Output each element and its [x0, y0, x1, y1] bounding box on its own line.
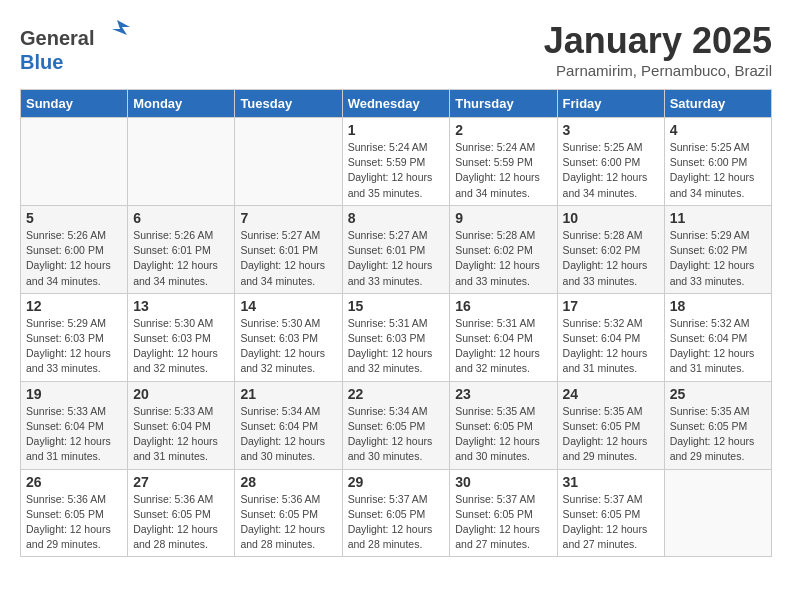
- day-number: 13: [133, 298, 229, 314]
- day-number: 2: [455, 122, 551, 138]
- day-cell: 7Sunrise: 5:27 AM Sunset: 6:01 PM Daylig…: [235, 205, 342, 293]
- day-cell: 31Sunrise: 5:37 AM Sunset: 6:05 PM Dayli…: [557, 469, 664, 557]
- day-number: 22: [348, 386, 445, 402]
- day-cell: 22Sunrise: 5:34 AM Sunset: 6:05 PM Dayli…: [342, 381, 450, 469]
- day-info: Sunrise: 5:37 AM Sunset: 6:05 PM Dayligh…: [563, 492, 659, 553]
- day-number: 18: [670, 298, 766, 314]
- header-cell-tuesday: Tuesday: [235, 90, 342, 118]
- day-cell: 5Sunrise: 5:26 AM Sunset: 6:00 PM Daylig…: [21, 205, 128, 293]
- day-info: Sunrise: 5:33 AM Sunset: 6:04 PM Dayligh…: [26, 404, 122, 465]
- day-info: Sunrise: 5:30 AM Sunset: 6:03 PM Dayligh…: [240, 316, 336, 377]
- logo-blue: Blue: [20, 51, 63, 73]
- day-info: Sunrise: 5:31 AM Sunset: 6:03 PM Dayligh…: [348, 316, 445, 377]
- header: General Blue January 2025 Parnamirim, Pe…: [20, 20, 772, 79]
- day-number: 29: [348, 474, 445, 490]
- day-cell: 15Sunrise: 5:31 AM Sunset: 6:03 PM Dayli…: [342, 293, 450, 381]
- header-cell-monday: Monday: [128, 90, 235, 118]
- day-info: Sunrise: 5:27 AM Sunset: 6:01 PM Dayligh…: [348, 228, 445, 289]
- day-cell: 18Sunrise: 5:32 AM Sunset: 6:04 PM Dayli…: [664, 293, 771, 381]
- day-number: 28: [240, 474, 336, 490]
- day-cell: 6Sunrise: 5:26 AM Sunset: 6:01 PM Daylig…: [128, 205, 235, 293]
- calendar-subtitle: Parnamirim, Pernambuco, Brazil: [544, 62, 772, 79]
- day-info: Sunrise: 5:32 AM Sunset: 6:04 PM Dayligh…: [563, 316, 659, 377]
- header-cell-sunday: Sunday: [21, 90, 128, 118]
- day-info: Sunrise: 5:24 AM Sunset: 5:59 PM Dayligh…: [455, 140, 551, 201]
- day-number: 15: [348, 298, 445, 314]
- header-cell-wednesday: Wednesday: [342, 90, 450, 118]
- day-info: Sunrise: 5:36 AM Sunset: 6:05 PM Dayligh…: [240, 492, 336, 553]
- day-number: 16: [455, 298, 551, 314]
- logo: General Blue: [20, 20, 132, 74]
- day-info: Sunrise: 5:36 AM Sunset: 6:05 PM Dayligh…: [133, 492, 229, 553]
- logo-blue-line: Blue: [20, 50, 132, 74]
- day-cell: 16Sunrise: 5:31 AM Sunset: 6:04 PM Dayli…: [450, 293, 557, 381]
- header-cell-thursday: Thursday: [450, 90, 557, 118]
- day-info: Sunrise: 5:25 AM Sunset: 6:00 PM Dayligh…: [563, 140, 659, 201]
- day-number: 10: [563, 210, 659, 226]
- day-cell: 14Sunrise: 5:30 AM Sunset: 6:03 PM Dayli…: [235, 293, 342, 381]
- day-cell: 3Sunrise: 5:25 AM Sunset: 6:00 PM Daylig…: [557, 118, 664, 206]
- day-info: Sunrise: 5:35 AM Sunset: 6:05 PM Dayligh…: [563, 404, 659, 465]
- day-number: 20: [133, 386, 229, 402]
- day-cell: 12Sunrise: 5:29 AM Sunset: 6:03 PM Dayli…: [21, 293, 128, 381]
- day-cell: 17Sunrise: 5:32 AM Sunset: 6:04 PM Dayli…: [557, 293, 664, 381]
- logo-line: General: [20, 20, 132, 50]
- day-cell: 10Sunrise: 5:28 AM Sunset: 6:02 PM Dayli…: [557, 205, 664, 293]
- day-number: 24: [563, 386, 659, 402]
- day-cell: 28Sunrise: 5:36 AM Sunset: 6:05 PM Dayli…: [235, 469, 342, 557]
- day-cell: 4Sunrise: 5:25 AM Sunset: 6:00 PM Daylig…: [664, 118, 771, 206]
- day-info: Sunrise: 5:34 AM Sunset: 6:04 PM Dayligh…: [240, 404, 336, 465]
- day-info: Sunrise: 5:27 AM Sunset: 6:01 PM Dayligh…: [240, 228, 336, 289]
- day-number: 31: [563, 474, 659, 490]
- logo-general: General: [20, 27, 94, 49]
- day-number: 11: [670, 210, 766, 226]
- week-row-2: 12Sunrise: 5:29 AM Sunset: 6:03 PM Dayli…: [21, 293, 772, 381]
- day-number: 25: [670, 386, 766, 402]
- day-number: 21: [240, 386, 336, 402]
- day-info: Sunrise: 5:33 AM Sunset: 6:04 PM Dayligh…: [133, 404, 229, 465]
- day-cell: [128, 118, 235, 206]
- day-cell: 20Sunrise: 5:33 AM Sunset: 6:04 PM Dayli…: [128, 381, 235, 469]
- day-info: Sunrise: 5:37 AM Sunset: 6:05 PM Dayligh…: [455, 492, 551, 553]
- day-info: Sunrise: 5:28 AM Sunset: 6:02 PM Dayligh…: [455, 228, 551, 289]
- day-cell: 25Sunrise: 5:35 AM Sunset: 6:05 PM Dayli…: [664, 381, 771, 469]
- day-cell: 26Sunrise: 5:36 AM Sunset: 6:05 PM Dayli…: [21, 469, 128, 557]
- day-cell: 27Sunrise: 5:36 AM Sunset: 6:05 PM Dayli…: [128, 469, 235, 557]
- day-cell: 13Sunrise: 5:30 AM Sunset: 6:03 PM Dayli…: [128, 293, 235, 381]
- day-cell: 2Sunrise: 5:24 AM Sunset: 5:59 PM Daylig…: [450, 118, 557, 206]
- header-row: SundayMondayTuesdayWednesdayThursdayFrid…: [21, 90, 772, 118]
- day-number: 27: [133, 474, 229, 490]
- week-row-1: 5Sunrise: 5:26 AM Sunset: 6:00 PM Daylig…: [21, 205, 772, 293]
- day-number: 26: [26, 474, 122, 490]
- day-cell: [664, 469, 771, 557]
- logo-bird-icon: [102, 15, 132, 45]
- day-cell: 8Sunrise: 5:27 AM Sunset: 6:01 PM Daylig…: [342, 205, 450, 293]
- svg-marker-0: [112, 20, 130, 35]
- day-number: 17: [563, 298, 659, 314]
- day-cell: [235, 118, 342, 206]
- day-number: 7: [240, 210, 336, 226]
- day-info: Sunrise: 5:32 AM Sunset: 6:04 PM Dayligh…: [670, 316, 766, 377]
- header-cell-saturday: Saturday: [664, 90, 771, 118]
- day-cell: 1Sunrise: 5:24 AM Sunset: 5:59 PM Daylig…: [342, 118, 450, 206]
- day-info: Sunrise: 5:36 AM Sunset: 6:05 PM Dayligh…: [26, 492, 122, 553]
- day-info: Sunrise: 5:37 AM Sunset: 6:05 PM Dayligh…: [348, 492, 445, 553]
- day-number: 8: [348, 210, 445, 226]
- day-info: Sunrise: 5:26 AM Sunset: 6:01 PM Dayligh…: [133, 228, 229, 289]
- calendar-title: January 2025: [544, 20, 772, 62]
- day-cell: 9Sunrise: 5:28 AM Sunset: 6:02 PM Daylig…: [450, 205, 557, 293]
- day-info: Sunrise: 5:34 AM Sunset: 6:05 PM Dayligh…: [348, 404, 445, 465]
- day-info: Sunrise: 5:31 AM Sunset: 6:04 PM Dayligh…: [455, 316, 551, 377]
- day-cell: 29Sunrise: 5:37 AM Sunset: 6:05 PM Dayli…: [342, 469, 450, 557]
- day-number: 1: [348, 122, 445, 138]
- day-cell: 30Sunrise: 5:37 AM Sunset: 6:05 PM Dayli…: [450, 469, 557, 557]
- day-cell: 21Sunrise: 5:34 AM Sunset: 6:04 PM Dayli…: [235, 381, 342, 469]
- day-number: 12: [26, 298, 122, 314]
- day-info: Sunrise: 5:26 AM Sunset: 6:00 PM Dayligh…: [26, 228, 122, 289]
- day-number: 3: [563, 122, 659, 138]
- logo-text: General Blue: [20, 20, 132, 74]
- day-info: Sunrise: 5:29 AM Sunset: 6:03 PM Dayligh…: [26, 316, 122, 377]
- day-cell: 24Sunrise: 5:35 AM Sunset: 6:05 PM Dayli…: [557, 381, 664, 469]
- day-number: 23: [455, 386, 551, 402]
- day-info: Sunrise: 5:24 AM Sunset: 5:59 PM Dayligh…: [348, 140, 445, 201]
